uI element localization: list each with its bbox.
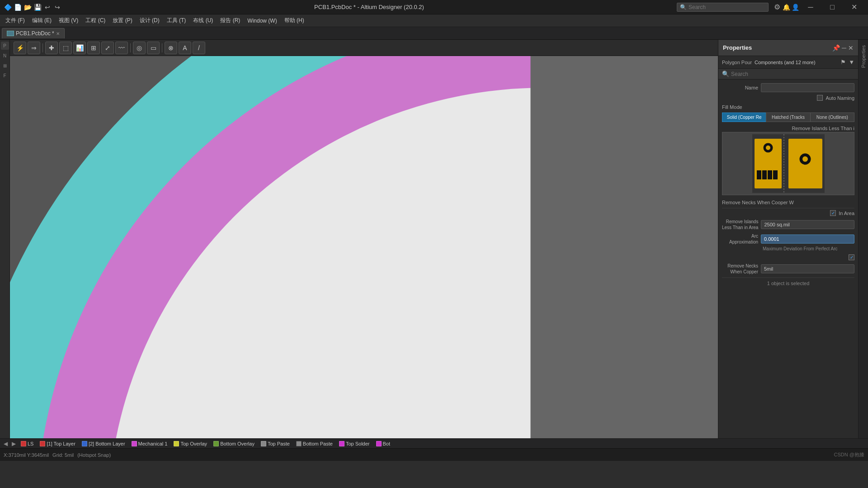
layer-bottom[interactable]: [2] Bottom Layer [79, 441, 128, 447]
props-content: Name Auto Naming Fill Mode Solid (Copper… [718, 80, 858, 438]
brand-label: CSDN @抱膝 [834, 451, 864, 458]
remove-necks-row: Remove NecksWhen Copper [722, 263, 854, 275]
layer-next-btn[interactable]: ▶ [10, 440, 17, 447]
svg-rect-6 [530, 56, 718, 438]
undo-icon[interactable]: ↩ [43, 3, 52, 11]
layer-bot[interactable]: Bot [373, 441, 393, 447]
component-btn[interactable]: ⊞ [87, 42, 100, 54]
user-icon[interactable]: 👤 [791, 3, 799, 11]
select-rect-btn[interactable]: ⬚ [59, 42, 72, 54]
arc-approx-input[interactable] [761, 235, 854, 244]
auto-naming-checkbox[interactable] [817, 95, 823, 101]
fill-hatched-btn[interactable]: Hatched (Tracks [766, 113, 810, 122]
line-btn[interactable]: / [193, 42, 205, 54]
menu-tools[interactable]: 工具 (T) [163, 15, 190, 26]
close-button[interactable]: ✕ [844, 0, 864, 14]
chart-btn[interactable]: 📊 [73, 42, 86, 54]
menu-edit[interactable]: 编辑 (E) [28, 15, 55, 26]
layer-bot-color [376, 441, 382, 446]
titlebar: 🔷 📄 📂 💾 ↩ ↪ PCB1.PcbDoc * - Altium Desig… [0, 0, 868, 14]
sidebar-properties-label[interactable]: Properties [860, 43, 867, 70]
title-search-input[interactable] [689, 4, 765, 10]
menu-route[interactable]: 布线 (U) [189, 15, 217, 26]
name-input[interactable] [761, 83, 854, 92]
wave-btn[interactable]: 〰 [115, 42, 128, 54]
menu-help[interactable]: 帮助 (H) [281, 15, 308, 26]
redo-icon[interactable]: ↪ [53, 3, 61, 11]
open-icon[interactable]: 📂 [24, 3, 32, 11]
menu-design[interactable]: 设计 (D) [136, 15, 163, 26]
route-tool-btn[interactable]: ⇒ [28, 42, 40, 54]
max-deviation-label: Maximum Deviation From Perfect Arc [761, 246, 854, 252]
coordinates-display: X:3710mil Y:3645mil [4, 452, 49, 458]
tab-label: PCB1.PcbDoc * [16, 30, 54, 37]
sidebar-filter[interactable]: F [1, 71, 9, 80]
menu-reports[interactable]: 报告 (R) [217, 15, 244, 26]
left-sidebar: P N ⊞ F [0, 40, 10, 438]
layer-bot-overlay[interactable]: Bottom Overlay [211, 441, 257, 447]
tab-pcb1[interactable]: PCB1.PcbDoc * ✕ [2, 28, 65, 38]
text-btn[interactable]: A [179, 42, 191, 54]
remove-necks-checkbox[interactable]: ✓ [849, 254, 854, 260]
sidebar-pcb[interactable]: ⊞ [1, 61, 9, 70]
props-filter-row: Polygon Pour Components (and 12 more) ⚑ … [718, 56, 858, 69]
layer-top-solder[interactable]: Top Solder [336, 441, 373, 447]
snap-display: (Hotspot Snap) [77, 452, 111, 458]
window-title: PCB1.PcbDoc * - Altium Designer (20.0.2) [61, 4, 677, 10]
search-icon: 🔍 [680, 4, 687, 10]
filter-tool-btn[interactable]: ⚡ [14, 42, 26, 54]
layer-top-overlay[interactable]: Top Overlay [171, 441, 210, 447]
arc-preview-image [722, 132, 854, 195]
fill-none-btn[interactable]: None (Outlines) [810, 113, 854, 122]
title-search-box[interactable]: 🔍 [677, 3, 769, 12]
sidebar-projects[interactable]: P [1, 42, 9, 50]
svg-point-17 [802, 156, 808, 162]
menu-file[interactable]: 文件 (F) [2, 15, 28, 26]
save-icon[interactable]: 💾 [33, 3, 42, 11]
polygon-btn[interactable]: ▭ [147, 42, 160, 54]
via-btn[interactable]: ◎ [133, 42, 146, 54]
minimize-button[interactable]: ─ [800, 0, 821, 14]
remove-islands-input[interactable] [761, 220, 854, 229]
layer-mech[interactable]: Mechanical 1 [129, 441, 170, 447]
remove-necks-label: Remove Necks When Cooper W [722, 199, 854, 206]
props-minimize-icon[interactable]: ─ [842, 44, 846, 52]
layer-bot-paste[interactable]: Bottom Paste [293, 441, 335, 447]
props-filter-label: Polygon Pour [722, 60, 752, 65]
remove-necks-input-label: Remove NecksWhen Copper [722, 263, 758, 275]
menu-project[interactable]: 工程 (C) [82, 15, 109, 26]
layer-prev-btn[interactable]: ◀ [2, 440, 9, 447]
add-tool-btn[interactable]: ✚ [45, 42, 58, 54]
remove-islands-row: Remove IslandsLess Than in Area [722, 219, 854, 230]
menu-window[interactable]: Window (W) [244, 16, 280, 26]
fill-solid-btn[interactable]: Solid (Copper Re [722, 113, 766, 122]
props-pin-icon[interactable]: 📌 [832, 44, 840, 52]
route2-btn[interactable]: ⤢ [101, 42, 114, 54]
maximize-button[interactable]: □ [822, 0, 843, 14]
layer-top-paste[interactable]: Top Paste [258, 441, 292, 447]
rule-btn[interactable]: ⊗ [165, 42, 177, 54]
canvas-area[interactable]: ⚡ ⇒ ✚ ⬚ 📊 ⊞ ⤢ 〰 ◎ ▭ ⊗ A / [10, 40, 718, 438]
filter-dropdown-icon[interactable]: ▼ [849, 59, 854, 66]
menubar: 文件 (F) 编辑 (E) 视图 (V) 工程 (C) 放置 (P) 设计 (D… [0, 14, 868, 27]
layer-bottom-label: [2] Bottom Layer [89, 441, 125, 446]
new-icon[interactable]: 📄 [14, 3, 22, 11]
right-sidebar-labels: Properties [858, 40, 868, 438]
props-search-icon: 🔍 [722, 70, 729, 77]
filter-icon[interactable]: ⚑ [840, 59, 846, 66]
pcb-canvas[interactable] [10, 56, 718, 438]
props-close-icon[interactable]: ✕ [848, 44, 854, 52]
settings-icon[interactable]: ⚙ [773, 3, 781, 11]
sidebar-nav[interactable]: N [1, 52, 9, 60]
tab-close-icon[interactable]: ✕ [56, 31, 60, 36]
menu-view[interactable]: 视图 (V) [55, 15, 82, 26]
props-search-input[interactable] [731, 71, 854, 77]
tabs-row: PCB1.PcbDoc * ✕ [0, 27, 868, 40]
menu-place[interactable]: 放置 (P) [109, 15, 136, 26]
props-search-box[interactable]: 🔍 [718, 69, 858, 80]
in-area-checkbox[interactable]: ✓ [830, 210, 836, 216]
layer-top[interactable]: [1] Top Layer [37, 441, 78, 447]
layer-ls[interactable]: LS [18, 441, 36, 447]
notifications-icon[interactable]: 🔔 [782, 3, 790, 11]
remove-necks-input[interactable] [761, 264, 854, 273]
